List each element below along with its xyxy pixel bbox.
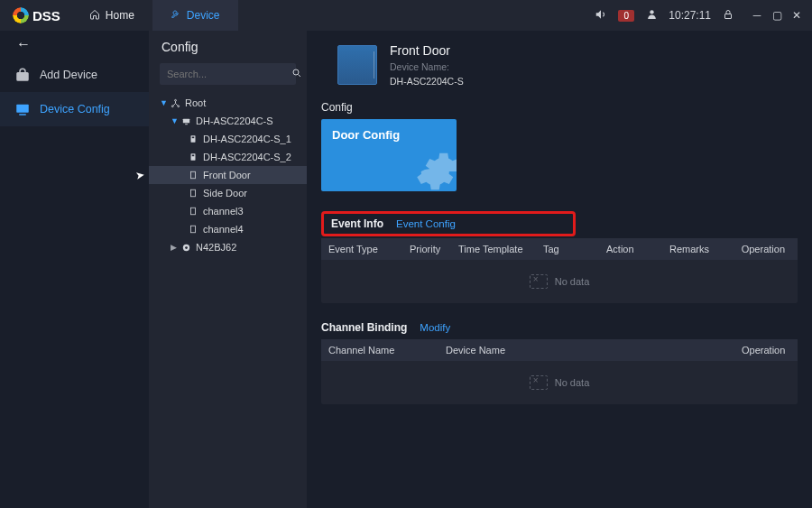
device-id: DH-ASC2204C-S: [390, 76, 464, 87]
modify-link[interactable]: Modify: [420, 322, 450, 333]
svg-point-0: [650, 10, 653, 14]
tree-other-device-label: N42BJ62: [196, 242, 236, 253]
tree-channel-3-label: channel3: [203, 206, 244, 217]
section-config-label: Config: [321, 101, 798, 114]
volume-icon[interactable]: [595, 8, 607, 23]
lock-icon[interactable]: [722, 9, 734, 23]
tree-front-door-label: Front Door: [203, 170, 251, 180]
door-icon: [187, 171, 199, 180]
tree-channel-1[interactable]: DH-ASC2204C-S_1: [149, 130, 307, 148]
svg-rect-17: [191, 226, 196, 233]
add-device-icon: [14, 67, 31, 83]
svg-point-19: [185, 246, 188, 249]
col-action: Action: [599, 238, 662, 260]
maximize-icon[interactable]: ▢: [770, 9, 783, 22]
col-remarks: Remarks: [662, 238, 725, 260]
tab-device[interactable]: Device: [152, 0, 238, 31]
tree-front-door[interactable]: Front Door: [149, 166, 307, 184]
col-event-type: Event Type: [321, 238, 402, 260]
svg-rect-3: [19, 114, 26, 115]
tab-home-label: Home: [106, 9, 134, 22]
door-icon: [187, 225, 199, 234]
channel-table-nodata: No data: [321, 361, 798, 404]
svg-rect-11: [192, 137, 195, 139]
event-table: Event Type Priority Time Template Tag Ac…: [321, 238, 798, 303]
nodata-icon: [530, 375, 548, 390]
tree-channel-2-label: DH-ASC2204C-S_2: [203, 152, 291, 162]
event-info-header: Event Info Event Config: [331, 217, 566, 230]
chevron-down-icon: ▼: [160, 98, 169, 107]
clock-text: 10:27:11: [669, 9, 711, 22]
event-table-nodata: No data: [321, 260, 798, 303]
svg-rect-10: [191, 135, 196, 143]
close-icon[interactable]: ✕: [790, 9, 803, 22]
tree-device-label: DH-ASC2204C-S: [196, 115, 273, 126]
tab-home[interactable]: Home: [71, 0, 152, 31]
back-button[interactable]: ←: [0, 31, 149, 58]
tree-search[interactable]: [160, 63, 296, 85]
tree-channel-3[interactable]: channel3: [149, 202, 307, 220]
search-input[interactable]: [167, 69, 291, 79]
device-thumbnail: [337, 45, 377, 85]
nav-add-device[interactable]: Add Device: [0, 58, 149, 92]
tree-side-door[interactable]: Side Door: [149, 184, 307, 202]
tree-side-door-label: Side Door: [203, 188, 247, 199]
user-icon[interactable]: [645, 8, 658, 23]
tree-device[interactable]: ▼ DH-ASC2204C-S: [149, 112, 307, 130]
col-device-name: Device Name: [438, 339, 734, 361]
main-content: Front Door Device Name: DH-ASC2204C-S Co…: [307, 31, 812, 508]
event-config-link[interactable]: Event Config: [396, 218, 456, 229]
door-icon: [187, 189, 199, 198]
network-icon: [169, 98, 181, 108]
minimize-icon[interactable]: ─: [751, 9, 763, 22]
event-table-head: Event Type Priority Time Template Tag Ac…: [321, 238, 798, 260]
device-config-icon: [14, 101, 31, 117]
channel-nodata-text: No data: [555, 377, 590, 388]
device-header: Front Door Device Name: DH-ASC2204C-S: [337, 43, 798, 87]
tree-channel-4[interactable]: channel4: [149, 220, 307, 238]
tab-device-label: Device: [187, 9, 220, 22]
app-logo: DSS: [13, 7, 60, 23]
tree-channel-4-label: channel4: [203, 224, 244, 235]
channel-binding-title: Channel Binding: [321, 321, 407, 334]
svg-rect-16: [191, 208, 196, 215]
wrench-icon: [171, 9, 181, 23]
col-channel-name: Channel Name: [321, 339, 438, 361]
channel-binding-header: Channel Binding Modify: [321, 321, 798, 334]
config-panel: Config ▼ Root ▼ DH-ASC2204C-S DH-ASC2204…: [149, 31, 307, 508]
col-operation-2: Operation: [734, 339, 798, 361]
door-config-tile[interactable]: Door Config: [321, 119, 457, 191]
gear-icon: [415, 147, 457, 191]
camera-icon: [180, 243, 192, 253]
reader-icon: [187, 134, 199, 143]
chevron-right-icon: ▶: [171, 243, 180, 252]
tree-channel-2[interactable]: DH-ASC2204C-S_2: [149, 148, 307, 166]
svg-rect-14: [191, 171, 196, 179]
nav-add-device-label: Add Device: [40, 69, 97, 81]
config-panel-title: Config: [149, 40, 307, 63]
col-time-template: Time Template: [451, 238, 536, 260]
tree-other-device[interactable]: ▶ N42BJ62: [149, 238, 307, 256]
notification-badge[interactable]: 0: [618, 10, 634, 22]
topbar-right: 0 10:27:11 ─ ▢ ✕: [595, 8, 803, 23]
svg-rect-2: [16, 105, 29, 113]
brand-text: DSS: [32, 8, 60, 23]
col-operation: Operation: [725, 238, 798, 260]
tree-root-label: Root: [185, 97, 206, 108]
nav-rail: ← Add Device Device Config: [0, 31, 149, 508]
tree-root[interactable]: ▼ Root: [149, 94, 307, 112]
svg-rect-12: [191, 153, 196, 161]
search-icon: [291, 68, 302, 81]
svg-rect-1: [725, 14, 732, 18]
nav-device-config-label: Device Config: [40, 103, 110, 115]
nav-device-config[interactable]: Device Config: [0, 92, 149, 126]
svg-point-6: [171, 105, 173, 106]
svg-rect-13: [192, 155, 195, 157]
svg-rect-8: [182, 118, 189, 123]
event-info-highlight: Event Info Event Config: [321, 211, 576, 236]
device-icon: [180, 116, 192, 126]
chevron-down-icon: ▼: [171, 116, 180, 125]
svg-rect-15: [191, 189, 196, 197]
main-tabs: Home Device: [71, 0, 238, 31]
title-bar: DSS Home Device 0 10:27:11 ─ ▢: [0, 0, 812, 31]
